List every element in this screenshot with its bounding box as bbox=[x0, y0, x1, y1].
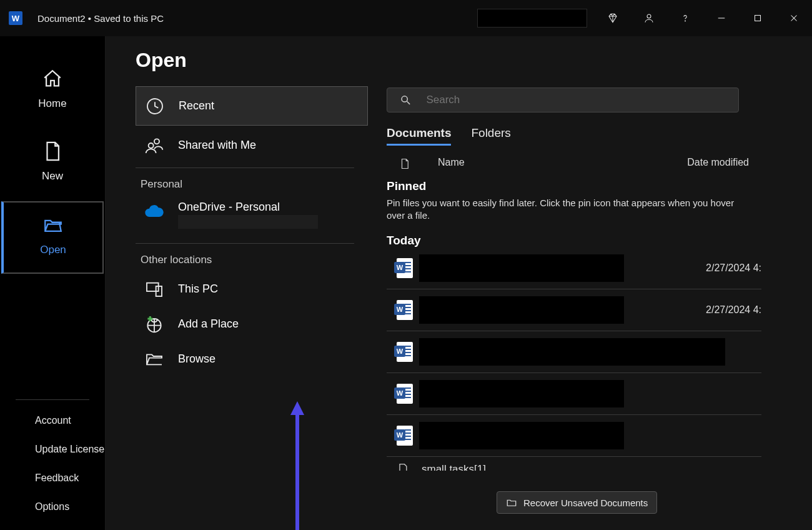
file-row[interactable]: 2/27/2024 4: bbox=[387, 248, 761, 289]
svg-rect-9 bbox=[147, 283, 159, 291]
redacted-account-box bbox=[477, 9, 587, 28]
tab-folders[interactable]: Folders bbox=[471, 122, 510, 146]
svg-point-8 bbox=[149, 143, 154, 148]
file-row[interactable] bbox=[387, 415, 761, 457]
add-place-icon bbox=[143, 312, 166, 335]
open-folder-icon bbox=[41, 212, 66, 238]
pinned-header: Pinned bbox=[387, 179, 761, 193]
browse-folder-icon bbox=[143, 348, 166, 370]
svg-point-7 bbox=[154, 139, 159, 144]
location-this-pc[interactable]: This PC bbox=[136, 271, 368, 306]
locations-panel: Recent Shared with Me Personal OneDrive … bbox=[136, 86, 368, 530]
file-name-redacted bbox=[419, 380, 624, 408]
page-title: Open bbox=[136, 49, 187, 72]
maximize-button[interactable] bbox=[740, 0, 776, 36]
col-date-modified[interactable]: Date modified bbox=[687, 157, 749, 171]
word-doc-icon bbox=[397, 258, 413, 278]
file-row[interactable] bbox=[387, 373, 761, 415]
file-row[interactable]: 2/27/2024 4: bbox=[387, 289, 761, 331]
other-locations-header: Other locations bbox=[136, 246, 368, 271]
left-nav: Home New Open Account Update License Fee… bbox=[0, 36, 106, 530]
svg-point-0 bbox=[647, 14, 651, 18]
minimize-button[interactable] bbox=[703, 0, 740, 36]
nav-options[interactable]: Options bbox=[0, 492, 105, 521]
location-shared[interactable]: Shared with Me bbox=[136, 126, 368, 165]
search-icon bbox=[400, 94, 411, 106]
file-name-redacted bbox=[419, 254, 624, 282]
svg-point-1 bbox=[685, 21, 686, 21]
nav-update-license[interactable]: Update License bbox=[0, 435, 105, 464]
cloud-icon bbox=[143, 201, 166, 223]
personal-header: Personal bbox=[136, 171, 368, 196]
files-panel: Documents Folders Name Date modified Pin… bbox=[387, 88, 761, 530]
list-header: Name Date modified bbox=[387, 157, 761, 171]
word-doc-icon bbox=[397, 300, 413, 320]
word-doc-icon bbox=[397, 426, 413, 446]
file-date: 2/27/2024 4: bbox=[706, 304, 761, 316]
svg-line-13 bbox=[407, 101, 410, 104]
home-icon bbox=[40, 66, 65, 91]
location-browse[interactable]: Browse bbox=[136, 341, 368, 376]
file-row-partial[interactable]: small tasks[1] bbox=[387, 457, 761, 471]
nav-open[interactable]: Open bbox=[1, 201, 104, 274]
doc-icon bbox=[399, 157, 410, 171]
pc-icon bbox=[143, 278, 166, 300]
location-onedrive[interactable]: OneDrive - Personal bbox=[136, 196, 368, 241]
clock-icon bbox=[144, 95, 166, 118]
nav-account[interactable]: Account bbox=[0, 406, 105, 435]
col-name[interactable]: Name bbox=[438, 157, 465, 171]
people-icon bbox=[143, 134, 166, 157]
diamond-icon[interactable] bbox=[595, 0, 631, 36]
person-icon[interactable] bbox=[631, 0, 667, 36]
onedrive-account-redacted bbox=[178, 215, 318, 229]
file-name-redacted bbox=[419, 422, 624, 449]
nav-feedback[interactable]: Feedback bbox=[0, 464, 105, 492]
folder-icon bbox=[506, 497, 517, 508]
today-header: Today bbox=[387, 234, 761, 248]
word-doc-icon bbox=[397, 342, 413, 362]
new-doc-icon bbox=[40, 139, 65, 164]
file-name-redacted bbox=[419, 296, 624, 324]
document-title: Document2 • Saved to this PC bbox=[37, 13, 164, 24]
help-icon[interactable] bbox=[667, 0, 703, 36]
svg-rect-3 bbox=[755, 16, 761, 21]
location-recent[interactable]: Recent bbox=[136, 86, 368, 126]
file-date: 2/27/2024 4: bbox=[706, 262, 761, 274]
recover-unsaved-button[interactable]: Recover Unsaved Documents bbox=[497, 491, 657, 514]
file-row[interactable] bbox=[387, 331, 761, 373]
location-add-place[interactable]: Add a Place bbox=[136, 306, 368, 341]
file-name: small tasks[1] bbox=[422, 463, 486, 471]
search-box[interactable] bbox=[387, 88, 739, 112]
pinned-help-text: Pin files you want to easily find later.… bbox=[387, 197, 746, 222]
doc-icon bbox=[397, 462, 409, 471]
file-name-redacted bbox=[419, 338, 725, 366]
titlebar: W Document2 • Saved to this PC bbox=[0, 0, 812, 36]
close-button[interactable] bbox=[776, 0, 812, 36]
tab-documents[interactable]: Documents bbox=[387, 122, 451, 146]
word-doc-icon bbox=[397, 384, 413, 404]
svg-point-12 bbox=[402, 96, 407, 102]
nav-new[interactable]: New bbox=[0, 128, 105, 200]
search-input[interactable] bbox=[426, 94, 738, 106]
nav-home[interactable]: Home bbox=[0, 55, 105, 128]
word-logo-icon: W bbox=[9, 11, 22, 25]
